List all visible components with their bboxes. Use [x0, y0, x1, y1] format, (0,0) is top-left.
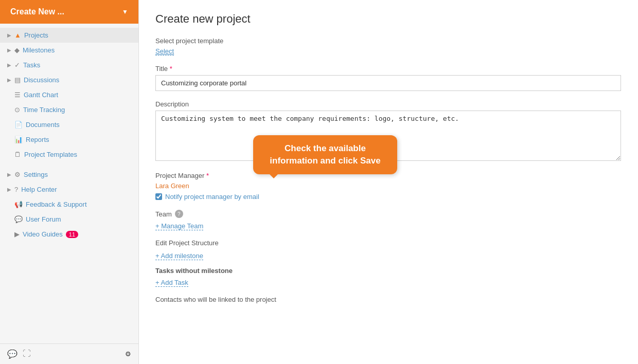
title-input[interactable] — [155, 75, 621, 91]
expand-icon[interactable]: ⛶ — [23, 349, 31, 359]
expand-icon: ▶ — [7, 187, 11, 192]
select-template-section: Select project template Select — [155, 37, 622, 56]
chat-icon[interactable]: 💬 — [7, 349, 17, 359]
sidebar-item-label: Gantt Chart — [24, 91, 58, 99]
manager-name[interactable]: Lara Green — [155, 182, 622, 190]
expand-icon: ▶ — [7, 172, 11, 177]
sidebar-item-documents[interactable]: 📄 Documents — [0, 117, 138, 132]
sidebar-item-label: Project Templates — [24, 151, 77, 158]
forum-icon: 💬 — [14, 215, 23, 223]
team-row: Team ? — [155, 210, 622, 218]
create-new-arrow-icon: ▼ — [122, 8, 128, 15]
video-icon: ▶ — [14, 230, 20, 238]
tooltip-text: Check the available information and clic… — [270, 143, 380, 166]
help-icon: ? — [14, 186, 18, 193]
sidebar-item-label: Feedback & Support — [26, 201, 87, 208]
expand-icon: ▶ — [7, 77, 11, 83]
video-guides-badge: 11 — [66, 231, 78, 238]
projects-icon: ▲ — [14, 31, 21, 39]
sidebar-item-time-tracking[interactable]: ⊙ Time Tracking — [0, 102, 138, 117]
description-label: Description — [155, 100, 622, 108]
expand-icon: ▶ — [7, 47, 11, 53]
settings-footer-icon[interactable]: ⚙ — [125, 350, 131, 358]
documents-icon: 📄 — [14, 121, 23, 129]
nav-list: ▶ ▲ Projects ▶ ◆ Milestones ▶ ✓ Tasks ▶ … — [0, 24, 138, 343]
tasks-icon: ✓ — [14, 61, 20, 69]
notify-checkbox-row: Notify project manager by email — [155, 193, 622, 201]
sidebar-item-reports[interactable]: 📊 Reports — [0, 132, 138, 147]
add-milestone-link[interactable]: Add milestone — [155, 252, 203, 260]
sidebar: Create New ... ▼ ▶ ▲ Projects ▶ ◆ Milest… — [0, 0, 139, 364]
team-section: Team ? Manage Team — [155, 210, 622, 230]
sidebar-item-user-forum[interactable]: 💬 User Forum — [0, 212, 138, 227]
sidebar-item-label: Tasks — [23, 61, 40, 69]
create-new-label: Create New ... — [10, 7, 64, 16]
sidebar-item-label: Milestones — [23, 46, 55, 54]
title-label: Title * — [155, 65, 622, 72]
discussions-icon: ▤ — [14, 76, 21, 84]
sidebar-item-video-guides[interactable]: ▶ Video Guides 11 — [0, 227, 138, 242]
team-label: Team — [155, 210, 172, 218]
edit-project-structure-section: Edit Project Structure Add milestone Tas… — [155, 239, 622, 286]
sidebar-item-label: Reports — [26, 136, 49, 143]
sidebar-item-tasks[interactable]: ▶ ✓ Tasks — [0, 58, 138, 72]
sidebar-item-label: Settings — [24, 171, 48, 178]
required-indicator: * — [170, 65, 172, 72]
manage-team-link[interactable]: Manage Team — [155, 222, 203, 230]
sidebar-item-label: Discussions — [24, 76, 59, 84]
contacts-section: Contacts who will be linked to the proje… — [155, 296, 622, 303]
sidebar-footer: 💬 ⛶ ⚙ — [0, 343, 138, 364]
tooltip-bubble: Check the available information and clic… — [253, 135, 397, 174]
contacts-label: Contacts who will be linked to the proje… — [155, 296, 622, 303]
milestone-section: Add milestone — [155, 252, 622, 260]
sidebar-item-projects[interactable]: ▶ ▲ Projects — [0, 28, 138, 43]
sidebar-item-label: Help Center — [21, 186, 57, 193]
create-new-button[interactable]: Create New ... ▼ — [0, 0, 138, 24]
sidebar-item-discussions[interactable]: ▶ ▤ Discussions — [0, 72, 138, 87]
expand-icon: ▶ — [7, 62, 11, 68]
expand-icon: ▶ — [7, 32, 11, 38]
settings-icon: ⚙ — [14, 171, 21, 178]
sidebar-item-settings[interactable]: ▶ ⚙ Settings — [0, 167, 138, 182]
select-template-label: Select project template — [155, 37, 622, 45]
sidebar-item-milestones[interactable]: ▶ ◆ Milestones — [0, 43, 138, 58]
description-section: Description Customizing system to meet t… — [155, 100, 622, 162]
sidebar-item-label: Projects — [24, 31, 48, 39]
sidebar-item-label: Documents — [26, 121, 60, 129]
add-task-link[interactable]: Add Task — [155, 279, 188, 287]
feedback-icon: 📢 — [14, 201, 23, 208]
reports-icon: 📊 — [14, 136, 23, 143]
project-manager-section: Project Manager * Lara Green Notify proj… — [155, 172, 622, 201]
help-icon[interactable]: ? — [175, 210, 183, 218]
sidebar-item-gantt-chart[interactable]: ☰ Gantt Chart — [0, 87, 138, 102]
tasks-without-milestone-section: Tasks without milestone Add Task — [155, 267, 622, 286]
footer-icons: 💬 ⛶ — [7, 349, 31, 359]
templates-icon: 🗒 — [14, 151, 21, 158]
sidebar-item-project-templates[interactable]: 🗒 Project Templates — [0, 147, 138, 162]
notify-label: Notify project manager by email — [165, 193, 259, 201]
required-indicator: * — [206, 172, 209, 179]
sidebar-item-label: User Forum — [26, 215, 61, 223]
select-template-dropdown[interactable]: Select — [155, 47, 174, 56]
sidebar-item-label: Video Guides — [23, 230, 63, 238]
main-content: Create new project Select project templa… — [139, 0, 638, 364]
tasks-without-milestone-label: Tasks without milestone — [155, 267, 622, 275]
edit-structure-label: Edit Project Structure — [155, 239, 622, 247]
sidebar-item-feedback-support[interactable]: 📢 Feedback & Support — [0, 197, 138, 212]
notify-checkbox[interactable] — [155, 193, 162, 200]
sidebar-item-help-center[interactable]: ▶ ? Help Center — [0, 182, 138, 197]
page-title: Create new project — [155, 12, 622, 26]
milestones-icon: ◆ — [14, 46, 20, 54]
gantt-icon: ☰ — [14, 91, 21, 99]
sidebar-item-label: Time Tracking — [23, 106, 65, 114]
title-section: Title * — [155, 65, 622, 91]
time-tracking-icon: ⊙ — [14, 106, 20, 114]
